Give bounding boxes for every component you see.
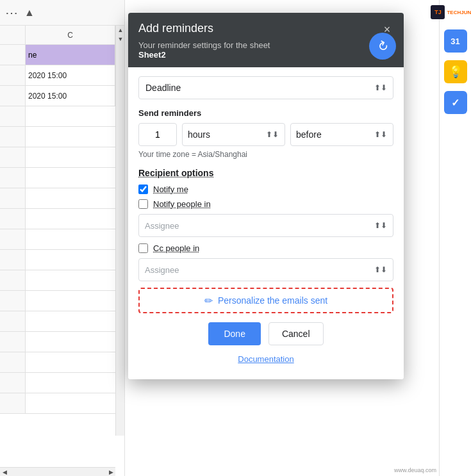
bulb-icon-btn[interactable]: 💡 bbox=[444, 60, 467, 83]
table-row: 2020 15:00 bbox=[0, 65, 124, 86]
sheet-cell-empty bbox=[26, 106, 124, 126]
action-buttons: Done Cancel bbox=[138, 322, 393, 345]
row-number bbox=[0, 86, 26, 106]
sheet-cell-empty bbox=[26, 332, 124, 352]
done-button[interactable]: Done bbox=[208, 322, 260, 345]
spreadsheet-area: ⋯ ▲ C ne 2020 15:00 2020 15:00 ▲ bbox=[0, 0, 125, 476]
check-icon: ✓ bbox=[451, 97, 459, 109]
table-row: 2020 15:00 bbox=[0, 86, 124, 106]
col-header-c: C bbox=[26, 26, 115, 44]
table-row bbox=[0, 168, 124, 188]
more-options-icon[interactable]: ⋯ bbox=[5, 5, 18, 21]
table-row bbox=[0, 393, 124, 414]
check-icon-btn[interactable]: ✓ bbox=[444, 91, 467, 114]
techjunkie-logo-icon: TJ bbox=[431, 5, 445, 19]
dialog-body: Deadline Start Date End Date ⬆⬇ Send rem… bbox=[128, 67, 404, 379]
row-number bbox=[0, 250, 26, 270]
reminder-number-input[interactable] bbox=[138, 123, 177, 146]
sheet-cell-empty bbox=[26, 250, 124, 270]
calendar-icon: 31 bbox=[450, 37, 459, 46]
table-row bbox=[0, 291, 124, 311]
table-row bbox=[0, 229, 124, 250]
table-row bbox=[0, 147, 124, 168]
column-headers: C bbox=[0, 26, 124, 45]
sheet-cell-data1: 2020 15:00 bbox=[26, 65, 115, 85]
reminder-timing-dropdown[interactable]: before after bbox=[290, 123, 393, 146]
refresh-button[interactable]: ↻ bbox=[369, 33, 396, 60]
notify-people-checkbox[interactable] bbox=[138, 199, 148, 209]
sheet-cell-data2: 2020 15:00 bbox=[26, 86, 115, 106]
send-reminders-label: Send reminders bbox=[138, 108, 393, 118]
scroll-left-arrow[interactable]: ◀ bbox=[0, 468, 9, 477]
reminder-timing-wrapper: before after ⬆⬇ bbox=[290, 123, 393, 146]
sheet-cell-empty bbox=[26, 209, 124, 229]
reminder-unit-dropdown[interactable]: minutes hours days weeks bbox=[182, 123, 285, 146]
notify-me-label: Notify me bbox=[153, 185, 188, 194]
refresh-icon: ↻ bbox=[374, 37, 392, 55]
row-number bbox=[0, 65, 26, 85]
cancel-button[interactable]: Cancel bbox=[269, 322, 324, 345]
add-reminders-dialog: Add reminders Your reminder settings for… bbox=[128, 13, 404, 379]
personalize-emails-button[interactable]: ✏ Personalize the emails sent bbox=[138, 288, 393, 313]
sheet-cell-empty bbox=[26, 229, 124, 249]
row-number bbox=[0, 332, 26, 352]
sheet-cell-empty bbox=[26, 127, 124, 147]
sheet-cell-empty bbox=[26, 352, 124, 372]
assignee-dropdown-1[interactable] bbox=[138, 214, 393, 237]
deadline-dropdown-wrapper: Deadline Start Date End Date ⬆⬇ bbox=[138, 76, 393, 99]
assignee-dropdown-2[interactable] bbox=[138, 258, 393, 281]
sheet-toolbar: ⋯ ▲ bbox=[0, 0, 124, 26]
row-number bbox=[0, 311, 26, 331]
row-number bbox=[0, 188, 26, 208]
table-row bbox=[0, 188, 124, 209]
sheet-cell-empty bbox=[26, 291, 124, 311]
table-row bbox=[0, 373, 124, 393]
row-number bbox=[0, 373, 26, 393]
horizontal-scrollbar[interactable]: ◀ ▶ bbox=[0, 467, 115, 476]
personalize-label: Personalize the emails sent bbox=[218, 295, 327, 306]
sheet-cell-empty bbox=[26, 270, 124, 290]
sheet-cell-empty bbox=[26, 393, 124, 413]
vertical-scrollbar[interactable]: ▲ ▼ bbox=[115, 26, 124, 436]
sheet-cell-empty bbox=[26, 168, 124, 188]
scroll-down-arrow[interactable]: ▼ bbox=[116, 35, 125, 44]
cc-people-label: Cc people in bbox=[153, 243, 199, 253]
row-number bbox=[0, 147, 26, 167]
calendar-icon-btn[interactable]: 31 bbox=[444, 29, 467, 53]
scroll-right-arrow[interactable]: ▶ bbox=[106, 468, 115, 477]
assignee-dropdown-2-wrapper: ⬆⬇ Assignee bbox=[138, 258, 393, 281]
dialog-title: Add reminders bbox=[138, 22, 393, 35]
deadline-dropdown[interactable]: Deadline Start Date End Date bbox=[138, 76, 393, 99]
reminder-unit-wrapper: minutes hours days weeks ⬆⬇ bbox=[182, 123, 285, 146]
sheet-cell-purple: ne bbox=[26, 45, 115, 65]
scroll-up-arrow[interactable]: ▲ bbox=[116, 26, 125, 35]
table-row bbox=[0, 270, 124, 291]
cc-people-row: Cc people in bbox=[138, 243, 393, 253]
corner-cell bbox=[0, 26, 26, 44]
row-number bbox=[0, 168, 26, 188]
sheet-name: Sheet2 bbox=[138, 50, 166, 60]
chevron-up-icon[interactable]: ▲ bbox=[24, 7, 35, 19]
sheet-cell-empty bbox=[26, 147, 124, 167]
notify-me-checkbox[interactable] bbox=[138, 185, 148, 194]
reminder-settings-row: minutes hours days weeks ⬆⬇ before after… bbox=[138, 123, 393, 146]
cc-people-checkbox[interactable] bbox=[138, 243, 148, 253]
table-row bbox=[0, 311, 124, 332]
dialog-header: Add reminders Your reminder settings for… bbox=[128, 13, 404, 67]
table-row bbox=[0, 127, 124, 147]
table-row bbox=[0, 250, 124, 270]
right-sidebar: TJ TECHJUNKIE 31 💡 ✓ bbox=[439, 0, 471, 476]
sheet-cell-empty bbox=[26, 373, 124, 393]
bulb-icon: 💡 bbox=[449, 65, 463, 79]
table-row bbox=[0, 332, 124, 352]
notify-people-label: Notify people in bbox=[153, 199, 211, 209]
documentation-link[interactable]: Documentation bbox=[138, 354, 393, 370]
table-row bbox=[0, 106, 124, 127]
row-number bbox=[0, 352, 26, 372]
row-number bbox=[0, 291, 26, 311]
table-row bbox=[0, 352, 124, 373]
sheet-cell-empty bbox=[26, 311, 124, 331]
row-number bbox=[0, 229, 26, 249]
pencil-icon: ✏ bbox=[204, 295, 213, 307]
notify-me-row: Notify me bbox=[138, 185, 393, 194]
